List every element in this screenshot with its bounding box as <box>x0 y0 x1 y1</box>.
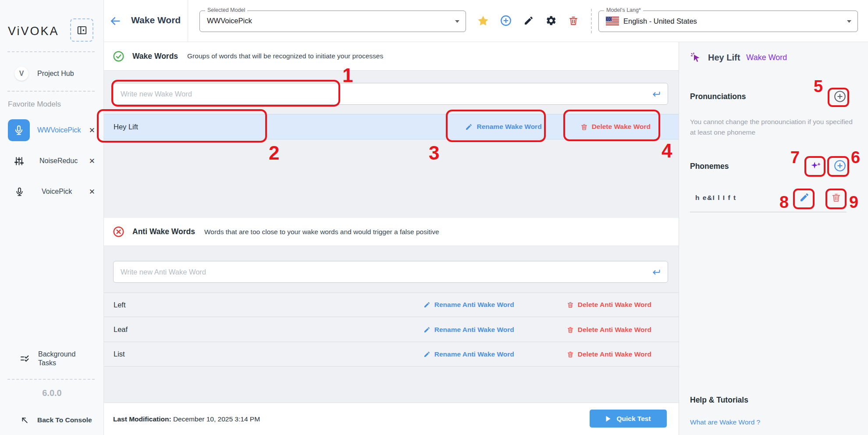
play-icon <box>605 416 611 422</box>
generate-phonemes-button[interactable] <box>808 158 824 174</box>
new-wake-word-input[interactable] <box>121 83 638 104</box>
pencil-icon <box>799 192 810 203</box>
pronunciations-label: Pronunciations <box>690 92 746 101</box>
pronunciation-note: You cannot change the pronounciation if … <box>690 117 853 138</box>
delete-anti-wake-word-button[interactable]: Delete Anti Wake Word <box>567 301 651 309</box>
phoneme-value: h e&I l I f t <box>695 194 736 202</box>
add-model-button[interactable] <box>498 13 513 28</box>
quick-test-label: Quick Test <box>616 415 651 423</box>
sparkles-icon <box>810 160 822 172</box>
phonemes-label: Phonemes <box>690 162 729 171</box>
page-title: Wake Word <box>131 15 181 25</box>
rename-anti-wake-word-button[interactable]: Rename Anti Wake Word <box>423 326 514 334</box>
main-footer: Last Modification: December 10, 2025 3:1… <box>104 403 679 435</box>
anti-wake-word-row[interactable]: Left Rename Anti Wake Word Delete Anti W… <box>104 292 679 317</box>
models-lang-dropdown[interactable]: Model's Lang* <box>598 11 858 32</box>
valid-check-icon <box>113 50 125 62</box>
edit-phoneme-button[interactable] <box>797 189 812 205</box>
sidebar-item-background-tasks[interactable]: Background Tasks <box>0 349 104 369</box>
quick-test-button[interactable]: Quick Test <box>590 410 667 428</box>
anti-wake-words-header: Anti Wake Words Words that are too close… <box>104 218 679 246</box>
anti-wake-word-input-wrap <box>113 261 668 283</box>
sidebar-item-noisereduc[interactable]: NoiseReduc ✕ <box>0 151 104 171</box>
anti-wake-word-row[interactable]: Leaf Rename Anti Wake Word Delete Anti W… <box>104 317 679 342</box>
delete-anti-wake-word-button[interactable]: Delete Anti Wake Word <box>567 326 651 334</box>
add-pronunciation-button[interactable] <box>832 89 848 104</box>
edit-model-button[interactable] <box>521 13 536 28</box>
close-icon[interactable]: ✕ <box>89 157 95 166</box>
anti-wake-word-row[interactable]: List Rename Anti Wake Word Delete Anti W… <box>104 342 679 367</box>
divider <box>690 212 847 212</box>
enter-return-icon[interactable] <box>651 89 662 100</box>
rename-anti-wake-word-label: Rename Anti Wake Word <box>434 301 514 309</box>
rename-anti-wake-word-label: Rename Anti Wake Word <box>434 350 514 358</box>
sidebar-item-back-to-console[interactable]: Back To Console <box>0 411 104 429</box>
background-tasks-label: Background Tasks <box>38 350 86 367</box>
wake-word-row[interactable]: Hey Lift Rename Wake Word <box>104 114 679 139</box>
what-are-wake-word-link[interactable]: What are Wake Word ? <box>690 418 760 426</box>
trash-icon <box>568 15 579 26</box>
us-flag-icon <box>606 17 619 25</box>
collapse-sidebar-button[interactable] <box>70 18 93 42</box>
divider <box>591 9 592 33</box>
project-hub-avatar: V <box>14 67 28 81</box>
rename-anti-wake-word-button[interactable]: Rename Anti Wake Word <box>423 301 514 309</box>
wake-word-type-tag: Wake Word <box>746 53 787 62</box>
model-name: NoiseReduc <box>39 157 78 165</box>
model-settings-button[interactable] <box>544 13 559 28</box>
pencil-icon <box>423 301 430 308</box>
collapse-panel-icon <box>76 25 88 36</box>
trash-icon <box>567 351 574 358</box>
model-name: VoicePick <box>42 188 72 196</box>
trash-icon <box>831 193 841 203</box>
rename-wake-word-button[interactable]: Rename Wake Word <box>465 123 541 131</box>
equalizer-icon <box>14 156 25 167</box>
anti-wake-word-name: Left <box>114 301 126 309</box>
pencil-icon <box>423 351 430 358</box>
close-icon[interactable]: ✕ <box>89 187 95 196</box>
delete-wake-word-label: Delete Wake Word <box>592 123 651 131</box>
rename-anti-wake-word-button[interactable]: Rename Anti Wake Word <box>423 350 514 358</box>
app-version: 6.0.0 <box>0 388 104 398</box>
circle-plus-icon <box>833 159 847 172</box>
rename-wake-word-label: Rename Wake Word <box>477 123 541 131</box>
close-icon[interactable]: ✕ <box>89 126 95 135</box>
details-panel: Hey Lift Wake Word Pronunciations You ca… <box>679 42 868 435</box>
trash-icon <box>567 301 574 308</box>
selected-model-dropdown[interactable]: Selected Model WWVoicePick <box>199 11 466 32</box>
wake-words-description: Groups of words that will be recognized … <box>187 52 383 60</box>
anti-wake-word-name: List <box>114 350 125 358</box>
delete-model-button[interactable] <box>566 13 581 28</box>
back-arrow-icon <box>109 15 123 27</box>
enter-return-icon[interactable] <box>651 267 662 278</box>
project-hub-label: Project Hub <box>37 70 74 78</box>
models-lang-label: Model's Lang* <box>604 7 643 13</box>
new-anti-wake-word-input[interactable] <box>121 261 638 282</box>
sidebar-item-voicepick[interactable]: VoicePick ✕ <box>0 182 104 201</box>
delete-wake-word-button[interactable]: Delete Wake Word <box>580 123 651 131</box>
task-list-icon <box>20 353 30 364</box>
magic-cursor-icon <box>690 52 702 64</box>
sidebar-item-project-hub[interactable]: V Project Hub <box>0 65 104 82</box>
divider <box>7 91 95 92</box>
delete-phoneme-button[interactable] <box>828 189 844 205</box>
forbidden-x-icon <box>113 226 125 238</box>
selected-model-label: Selected Model <box>205 7 247 13</box>
wake-word-input-wrap <box>113 83 668 105</box>
wake-word-page: ViVOKA V Project Hub Favorite Models <box>0 0 868 435</box>
models-lang-value: English - United States <box>623 17 697 25</box>
sidebar-item-wwvoicepick[interactable]: WWVoicePick ✕ <box>0 118 104 142</box>
divider <box>188 0 188 42</box>
back-button[interactable] <box>109 14 123 28</box>
last-modification: Last Modification: December 10, 2025 3:1… <box>113 415 260 423</box>
add-phoneme-button[interactable] <box>832 158 848 174</box>
favorite-model-button[interactable] <box>476 13 491 28</box>
pencil-icon <box>465 123 473 131</box>
circle-plus-icon <box>500 14 512 27</box>
main-content: Wake Words Groups of words that will be … <box>104 42 679 435</box>
circle-plus-icon <box>833 90 847 103</box>
delete-anti-wake-word-button[interactable]: Delete Anti Wake Word <box>567 350 651 358</box>
help-tutorials-title: Help & Tutorials <box>690 396 748 405</box>
delete-anti-wake-word-label: Delete Anti Wake Word <box>578 326 651 334</box>
microphone-icon <box>14 187 25 197</box>
